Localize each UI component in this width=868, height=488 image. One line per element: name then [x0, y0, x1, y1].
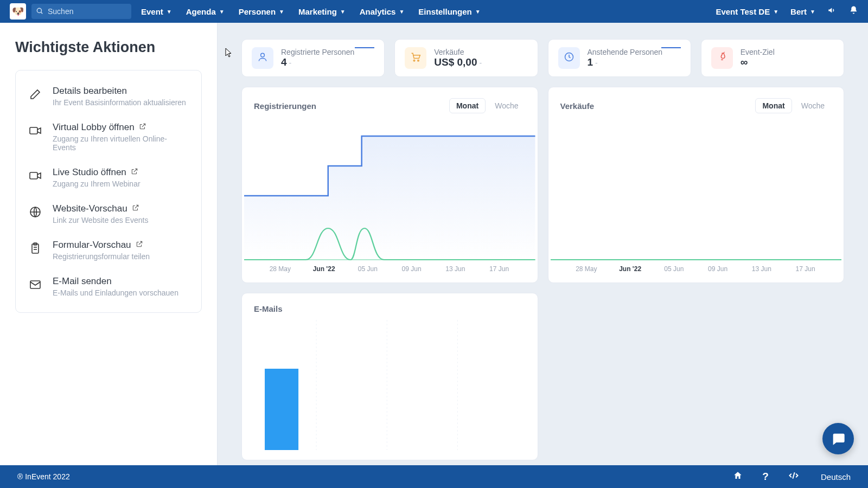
chart-body — [548, 120, 844, 261]
chevron-down-icon: ▼ — [279, 9, 284, 15]
help-icon[interactable]: ? — [762, 471, 769, 483]
chart-xaxis: 28 MayJun '2205 Jun09 Jun13 Jun17 Jun — [242, 261, 538, 273]
topbar-right: Event Test DE▼ Bert▼ — [716, 5, 858, 18]
nav-personen[interactable]: Personen▼ — [239, 7, 284, 16]
search-icon — [36, 7, 43, 16]
video-icon — [28, 123, 43, 138]
topbar: 🐶 Event▼ Agenda▼ Personen▼ Marketing▼ An… — [0, 0, 868, 23]
xaxis-label: 17 Jun — [477, 265, 521, 273]
action-item[interactable]: E-Mail senden E-Mails und Einladungen vo… — [25, 268, 192, 305]
flame-icon — [711, 47, 733, 69]
action-title: Website-Vorschau — [53, 203, 148, 214]
stat-body: Event-Ziel ∞ — [741, 48, 834, 68]
chevron-down-icon: ▼ — [475, 9, 481, 15]
xaxis-label: 13 Jun — [433, 265, 477, 273]
chevron-down-icon: ▼ — [773, 9, 778, 15]
toggle-month[interactable]: Monat — [755, 98, 792, 113]
sidebar-heading: Wichtigste Aktionen — [15, 39, 202, 56]
language-selector[interactable]: Deutsch — [821, 472, 851, 481]
stat-body: Anstehende Personen 1- — [588, 48, 681, 68]
stat-label: Registrierte Personen — [281, 48, 374, 56]
pencil-icon — [28, 87, 43, 102]
toggle-month[interactable]: Monat — [449, 98, 486, 113]
svg-line-20 — [793, 472, 794, 479]
stats-row: Registrierte Personen 4- Verkäufe US$ 0,… — [241, 39, 844, 77]
chat-launcher[interactable] — [822, 423, 854, 454]
stat-value: 1- — [588, 56, 681, 68]
event-selector[interactable]: Event Test DE▼ — [716, 7, 778, 16]
copyright: ® InEvent 2022 — [17, 472, 70, 481]
svg-point-12 — [418, 60, 419, 61]
chart-body — [242, 320, 538, 450]
action-title: Formular-Vorschau — [53, 240, 150, 251]
action-item[interactable]: Formular-Vorschau Registrierungsformular… — [25, 232, 192, 268]
nav-event[interactable]: Event▼ — [141, 7, 172, 16]
range-toggle: Monat Woche — [755, 98, 832, 113]
action-title: Details bearbeiten — [53, 86, 186, 97]
sidebar: Wichtigste Aktionen Details bearbeiten I… — [0, 23, 217, 465]
home-icon[interactable] — [733, 471, 743, 483]
action-item[interactable]: Virtual Lobby öffnen Zugang zu Ihren vir… — [25, 114, 192, 159]
stat-value: ∞ — [741, 56, 834, 68]
emails-chart-card: E-Mails — [241, 293, 538, 460]
stat-label: Verkäufe — [434, 48, 527, 56]
xaxis-label: Jun '22 — [608, 265, 652, 273]
stat-card[interactable]: Registrierte Personen 4- — [241, 39, 385, 77]
action-title: Live Studio öffnen — [53, 167, 141, 178]
stat-label: Anstehende Personen — [588, 48, 681, 56]
mail-icon — [28, 277, 43, 292]
search-input[interactable] — [31, 4, 131, 19]
action-text: Details bearbeiten Ihr Event Basisinform… — [53, 86, 186, 107]
external-link-icon — [131, 167, 138, 178]
stat-card[interactable]: Verkäufe US$ 0,00- — [394, 39, 538, 77]
action-title: E-Mail senden — [53, 276, 178, 287]
xaxis-label: 09 Jun — [696, 265, 740, 273]
megaphone-icon[interactable] — [827, 5, 837, 18]
brand-logo[interactable]: 🐶 — [10, 3, 26, 20]
external-link-icon — [136, 240, 143, 251]
action-subtitle: Ihr Event Basisinformation aktualisieren — [53, 98, 186, 107]
action-item[interactable]: Live Studio öffnen Zugang zu Ihrem Webin… — [25, 159, 192, 196]
stat-label: Event-Ziel — [741, 48, 834, 56]
footer-icons: ? — [733, 470, 799, 484]
chevron-down-icon: ▼ — [219, 9, 225, 15]
user-icon — [252, 47, 273, 69]
toggle-week[interactable]: Woche — [794, 98, 832, 113]
action-item[interactable]: Details bearbeiten Ihr Event Basisinform… — [25, 78, 192, 114]
xaxis-label: Jun '22 — [302, 265, 346, 273]
xaxis-label: 13 Jun — [740, 265, 784, 273]
charts-row: Registrierungen Monat Woche 28 MayJun '2… — [241, 87, 844, 283]
chevron-down-icon: ▼ — [810, 9, 815, 15]
action-subtitle: E-Mails und Einladungen vorschauen — [53, 288, 178, 297]
stat-card[interactable]: Event-Ziel ∞ — [701, 39, 844, 77]
charts-row-2: E-Mails — [241, 293, 844, 460]
xaxis-label: 17 Jun — [783, 265, 827, 273]
chart-body — [242, 120, 538, 261]
user-menu[interactable]: Bert▼ — [790, 7, 815, 16]
nav-marketing[interactable]: Marketing▼ — [298, 7, 346, 16]
sparkline — [661, 47, 681, 48]
chart-title: E-Mails — [254, 304, 283, 313]
chart-title: Verkäufe — [560, 101, 595, 111]
registrations-chart-card: Registrierungen Monat Woche 28 MayJun '2… — [241, 87, 538, 283]
search-wrapper — [31, 4, 131, 19]
svg-rect-3 — [30, 172, 37, 179]
stat-value: 4- — [281, 56, 374, 68]
external-link-icon — [139, 122, 146, 133]
chevron-down-icon: ▼ — [167, 9, 172, 15]
action-subtitle: Registrierungsformular teilen — [53, 252, 150, 261]
nav-einstellungen[interactable]: Einstellungen▼ — [418, 7, 480, 16]
stat-card[interactable]: Anstehende Personen 1- — [548, 39, 691, 77]
nav-agenda[interactable]: Agenda▼ — [186, 7, 225, 16]
toggle-week[interactable]: Woche — [488, 98, 525, 113]
svg-rect-19 — [265, 369, 298, 450]
range-toggle: Monat Woche — [449, 98, 526, 113]
chart-title: Registrierungen — [254, 101, 316, 111]
nav-analytics[interactable]: Analytics▼ — [360, 7, 405, 16]
code-icon[interactable] — [788, 470, 799, 484]
main-content: Registrierte Personen 4- Verkäufe US$ 0,… — [217, 23, 868, 465]
action-item[interactable]: Website-Vorschau Link zur Website des Ev… — [25, 196, 192, 232]
stat-value: US$ 0,00- — [434, 56, 527, 68]
bell-icon[interactable] — [849, 5, 858, 17]
video-icon — [28, 168, 43, 183]
